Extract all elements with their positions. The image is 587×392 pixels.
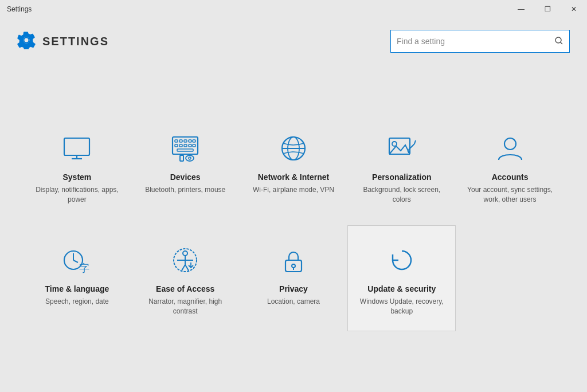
svg-text:字: 字 xyxy=(79,262,89,274)
svg-rect-14 xyxy=(189,144,191,147)
time-desc: Speech, region, date xyxy=(45,297,109,307)
accounts-name: Accounts xyxy=(492,173,529,182)
update-icon xyxy=(385,243,419,277)
setting-accounts[interactable]: Accounts Your account, sync settings, wo… xyxy=(456,113,564,219)
update-desc: Windows Update, recovery, backup xyxy=(357,297,447,316)
svg-rect-16 xyxy=(177,149,193,151)
system-name: System xyxy=(62,173,91,182)
setting-system[interactable]: System Display, notifications, apps, pow… xyxy=(23,113,131,219)
setting-time[interactable]: 字 Time & language Speech, region, date xyxy=(23,225,131,331)
svg-rect-8 xyxy=(184,140,187,142)
svg-line-40 xyxy=(185,265,189,271)
svg-rect-6 xyxy=(175,140,178,142)
svg-line-33 xyxy=(73,260,78,262)
network-icon xyxy=(276,131,311,166)
svg-line-1 xyxy=(561,42,563,44)
setting-personalization[interactable]: Personalization Background, lock screen,… xyxy=(347,113,456,219)
privacy-icon xyxy=(276,243,311,277)
svg-point-18 xyxy=(186,155,194,161)
ease-icon xyxy=(168,243,202,277)
update-name: Update & security xyxy=(367,284,436,293)
header: SETTINGS xyxy=(0,18,587,64)
settings-row-1: System Display, notifications, apps, pow… xyxy=(23,113,564,219)
close-button[interactable]: ✕ xyxy=(561,0,587,18)
system-icon xyxy=(60,131,94,166)
maximize-button[interactable]: ❐ xyxy=(534,0,561,18)
svg-rect-23 xyxy=(389,138,410,154)
system-desc: Display, notifications, apps, power xyxy=(32,185,122,205)
svg-point-36 xyxy=(183,251,187,256)
page-title: SETTINGS xyxy=(42,35,109,48)
setting-network[interactable]: Network & Internet Wi-Fi, airplane mode,… xyxy=(240,113,348,219)
setting-privacy[interactable]: Privacy Location, camera xyxy=(240,225,348,331)
search-box[interactable] xyxy=(390,30,570,53)
privacy-name: Privacy xyxy=(279,284,308,293)
ease-desc: Narrator, magnifier, high contrast xyxy=(140,297,230,316)
devices-desc: Bluetooth, printers, mouse xyxy=(145,185,225,195)
svg-rect-15 xyxy=(193,144,195,147)
svg-rect-10 xyxy=(193,140,195,142)
settings-row-2: 字 Time & language Speech, region, date xyxy=(23,225,564,331)
svg-rect-11 xyxy=(175,144,178,147)
svg-rect-17 xyxy=(180,155,183,161)
personalization-name: Personalization xyxy=(372,173,431,182)
time-icon: 字 xyxy=(60,243,94,277)
network-name: Network & Internet xyxy=(258,173,329,182)
setting-update[interactable]: Update & security Windows Update, recove… xyxy=(347,225,456,331)
header-logo: SETTINGS xyxy=(17,31,109,52)
title-bar-text: Settings xyxy=(7,5,32,13)
svg-rect-2 xyxy=(64,138,89,155)
accounts-desc: Your account, sync settings, work, other… xyxy=(465,185,555,205)
gear-icon xyxy=(17,31,36,52)
svg-point-25 xyxy=(392,142,397,146)
svg-rect-13 xyxy=(184,144,187,147)
network-desc: Wi-Fi, airplane mode, VPN xyxy=(253,185,334,195)
devices-name: Devices xyxy=(170,173,201,182)
search-icon xyxy=(554,36,563,47)
svg-rect-7 xyxy=(179,140,182,142)
main-content: System Display, notifications, apps, pow… xyxy=(0,64,587,392)
setting-devices[interactable]: Devices Bluetooth, printers, mouse xyxy=(131,113,240,219)
svg-point-30 xyxy=(504,138,516,150)
minimize-button[interactable]: — xyxy=(508,0,534,18)
search-input[interactable] xyxy=(397,37,554,46)
svg-line-39 xyxy=(182,265,185,271)
devices-icon xyxy=(168,131,202,166)
svg-point-19 xyxy=(189,157,191,159)
title-bar-controls: — ❐ ✕ xyxy=(508,0,587,18)
setting-ease[interactable]: Ease of Access Narrator, magnifier, high… xyxy=(131,225,240,331)
title-bar: Settings — ❐ ✕ xyxy=(0,0,587,18)
personalization-desc: Background, lock screen, colors xyxy=(357,185,447,205)
svg-rect-9 xyxy=(189,140,191,142)
time-name: Time & language xyxy=(45,284,109,293)
svg-point-43 xyxy=(292,264,295,268)
setting-empty xyxy=(456,225,564,331)
personalization-icon xyxy=(385,131,419,166)
accounts-icon xyxy=(493,131,527,166)
svg-rect-12 xyxy=(179,144,182,147)
privacy-desc: Location, camera xyxy=(267,297,320,307)
ease-name: Ease of Access xyxy=(156,284,214,293)
svg-line-28 xyxy=(414,140,416,144)
